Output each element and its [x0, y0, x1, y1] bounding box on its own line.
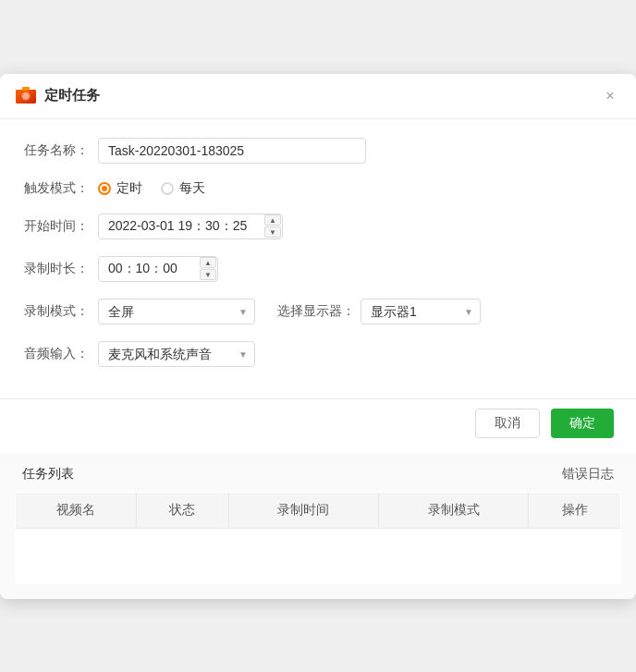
start-time-row: 开始时间： ▲ ▼ [22, 214, 614, 239]
audio-select[interactable]: 麦克风和系统声音 麦克风 系统声音 无 [98, 341, 255, 367]
col-video-name: 视频名 [16, 492, 137, 528]
svg-point-3 [23, 92, 30, 99]
task-table: 视频名 状态 录制时间 录制模式 操作 [15, 492, 621, 584]
trigger-mode-row: 触发模式： 定时 每天 [22, 180, 614, 197]
col-record-time: 录制时间 [228, 492, 378, 528]
radio-daily[interactable]: 每天 [161, 180, 205, 197]
app-icon [15, 85, 37, 107]
cancel-button[interactable]: 取消 [475, 409, 540, 438]
task-name-label: 任务名称： [22, 142, 89, 159]
radio-daily-circle [161, 182, 174, 195]
duration-spinner: ▲ ▼ [200, 257, 216, 280]
duration-spin-down[interactable]: ▼ [200, 269, 216, 280]
radio-timer-circle [98, 182, 111, 195]
start-time-spin-down[interactable]: ▼ [264, 226, 281, 238]
col-record-mode: 录制模式 [378, 492, 528, 528]
dialog-footer: 取消 确定 [0, 399, 636, 453]
radio-timer-label: 定时 [116, 180, 142, 197]
task-table-wrapper: 视频名 状态 录制时间 录制模式 操作 [0, 492, 636, 599]
table-header-row: 视频名 状态 录制时间 录制模式 操作 [16, 492, 621, 528]
task-list-title: 任务列表 [22, 466, 74, 483]
trigger-mode-group: 定时 每天 [98, 180, 205, 197]
display-select-wrapper: 显示器1 显示器2 ▼ [361, 299, 481, 324]
table-body [16, 528, 621, 583]
scheduled-task-dialog: 定时任务 × 任务名称： 触发模式： 定时 每天 开始 [0, 74, 636, 599]
duration-wrapper: ▲ ▼ [98, 256, 218, 282]
display-select[interactable]: 显示器1 显示器2 [361, 299, 481, 324]
radio-daily-label: 每天 [179, 180, 205, 197]
task-name-row: 任务名称： [22, 138, 614, 164]
dialog-body: 任务名称： 触发模式： 定时 每天 开始时间： [0, 119, 636, 399]
record-mode-select[interactable]: 全屏 窗口 区域 [98, 299, 255, 324]
svg-rect-4 [22, 87, 30, 91]
duration-row: 录制时长： ▲ ▼ [22, 256, 614, 282]
confirm-button[interactable]: 确定 [551, 409, 614, 438]
audio-select-wrapper: 麦克风和系统声音 麦克风 系统声音 无 ▼ [98, 341, 255, 367]
bottom-panel-header: 任务列表 错误日志 [0, 453, 636, 492]
dialog-title: 定时任务 [44, 87, 599, 104]
display-label: 选择显示器： [277, 303, 355, 320]
duration-spin-up[interactable]: ▲ [200, 257, 216, 268]
audio-label: 音频输入： [22, 346, 89, 362]
bottom-panel: 任务列表 错误日志 视频名 状态 录制时间 录制模式 操作 [0, 453, 636, 599]
table-header: 视频名 状态 录制时间 录制模式 操作 [16, 492, 621, 528]
start-time-input[interactable] [98, 214, 283, 239]
audio-input-row: 音频输入： 麦克风和系统声音 麦克风 系统声音 无 ▼ [22, 341, 614, 367]
empty-cell [16, 528, 621, 583]
start-time-spinner: ▲ ▼ [264, 214, 281, 238]
task-name-input[interactable] [98, 138, 366, 164]
start-time-wrapper: ▲ ▼ [98, 214, 283, 239]
empty-row [16, 528, 621, 583]
col-action: 操作 [529, 492, 621, 528]
start-time-label: 开始时间： [22, 218, 89, 235]
duration-label: 录制时长： [22, 261, 89, 277]
error-log-link[interactable]: 错误日志 [562, 466, 614, 483]
record-mode-row: 录制模式： 全屏 窗口 区域 ▼ 选择显示器： 显示器1 显示器2 ▼ [22, 299, 614, 324]
dialog-header: 定时任务 × [0, 74, 636, 119]
radio-timer[interactable]: 定时 [98, 180, 142, 197]
trigger-mode-label: 触发模式： [22, 180, 89, 197]
record-mode-label: 录制模式： [22, 303, 89, 320]
start-time-spin-up[interactable]: ▲ [264, 214, 281, 226]
close-button[interactable]: × [599, 85, 621, 107]
record-mode-select-wrapper: 全屏 窗口 区域 ▼ [98, 299, 255, 324]
col-status: 状态 [137, 492, 229, 528]
